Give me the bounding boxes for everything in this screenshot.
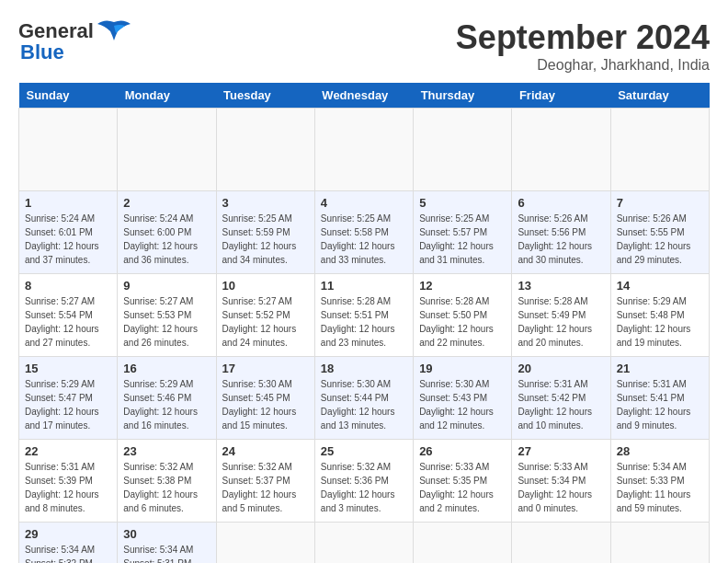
logo-general: General bbox=[18, 19, 94, 42]
calendar-cell: 22Sunrise: 5:31 AMSunset: 5:39 PMDayligh… bbox=[19, 440, 118, 523]
day-number: 20 bbox=[518, 362, 604, 375]
calendar-cell: 9Sunrise: 5:27 AMSunset: 5:53 PMDaylight… bbox=[118, 274, 216, 357]
title-block: September 2024 Deoghar, Jharkhand, India bbox=[456, 18, 710, 74]
day-number: 22 bbox=[25, 444, 111, 458]
calendar-cell: 30Sunrise: 5:34 AMSunset: 5:31 PMDayligh… bbox=[118, 523, 216, 564]
logo: General Blue bbox=[18, 18, 131, 64]
day-number: 17 bbox=[222, 362, 309, 375]
day-info: Sunrise: 5:33 AMSunset: 5:35 PMDaylight:… bbox=[419, 460, 506, 515]
calendar-row-3: 15Sunrise: 5:29 AMSunset: 5:47 PMDayligh… bbox=[19, 357, 710, 440]
calendar-cell: 7Sunrise: 5:26 AMSunset: 5:55 PMDaylight… bbox=[610, 191, 709, 274]
calendar-row-0 bbox=[19, 109, 710, 191]
calendar-cell: 24Sunrise: 5:32 AMSunset: 5:37 PMDayligh… bbox=[216, 440, 314, 523]
day-info: Sunrise: 5:28 AMSunset: 5:50 PMDaylight:… bbox=[419, 294, 506, 350]
calendar-cell: 5Sunrise: 5:25 AMSunset: 5:57 PMDaylight… bbox=[414, 191, 512, 274]
day-info: Sunrise: 5:29 AMSunset: 5:48 PMDaylight:… bbox=[617, 294, 703, 350]
day-number: 13 bbox=[518, 279, 604, 293]
header-monday: Monday bbox=[118, 83, 216, 109]
calendar-row-1: 1Sunrise: 5:24 AMSunset: 6:01 PMDaylight… bbox=[19, 191, 710, 274]
calendar-cell: 14Sunrise: 5:29 AMSunset: 5:48 PMDayligh… bbox=[610, 274, 709, 357]
day-info: Sunrise: 5:28 AMSunset: 5:51 PMDaylight:… bbox=[321, 294, 407, 350]
day-info: Sunrise: 5:29 AMSunset: 5:47 PMDaylight:… bbox=[25, 377, 111, 432]
day-info: Sunrise: 5:27 AMSunset: 5:53 PMDaylight:… bbox=[123, 294, 210, 350]
calendar-cell bbox=[314, 523, 413, 564]
calendar-cell bbox=[414, 523, 512, 564]
day-number: 23 bbox=[123, 444, 210, 458]
day-info: Sunrise: 5:30 AMSunset: 5:43 PMDaylight:… bbox=[419, 377, 506, 432]
day-number: 5 bbox=[419, 196, 506, 210]
day-number: 28 bbox=[617, 444, 703, 458]
calendar-cell bbox=[512, 109, 610, 191]
calendar-cell: 10Sunrise: 5:27 AMSunset: 5:52 PMDayligh… bbox=[216, 274, 314, 357]
logo-blue: Blue bbox=[20, 40, 64, 64]
calendar-row-5: 29Sunrise: 5:34 AMSunset: 5:32 PMDayligh… bbox=[19, 523, 710, 564]
day-info: Sunrise: 5:28 AMSunset: 5:49 PMDaylight:… bbox=[518, 294, 604, 350]
day-info: Sunrise: 5:32 AMSunset: 5:36 PMDaylight:… bbox=[321, 460, 407, 515]
day-number: 27 bbox=[518, 444, 604, 458]
calendar-cell: 19Sunrise: 5:30 AMSunset: 5:43 PMDayligh… bbox=[414, 357, 512, 440]
day-info: Sunrise: 5:30 AMSunset: 5:44 PMDaylight:… bbox=[321, 377, 407, 432]
header-thursday: Thursday bbox=[414, 83, 512, 109]
day-info: Sunrise: 5:24 AMSunset: 6:01 PMDaylight:… bbox=[25, 212, 111, 267]
calendar-table: Sunday Monday Tuesday Wednesday Thursday… bbox=[18, 83, 710, 563]
day-number: 12 bbox=[419, 279, 506, 293]
calendar-cell: 26Sunrise: 5:33 AMSunset: 5:35 PMDayligh… bbox=[414, 440, 512, 523]
calendar-cell bbox=[610, 109, 709, 191]
day-number: 15 bbox=[25, 362, 111, 375]
calendar-cell: 3Sunrise: 5:25 AMSunset: 5:59 PMDaylight… bbox=[216, 191, 314, 274]
calendar-cell: 11Sunrise: 5:28 AMSunset: 5:51 PMDayligh… bbox=[314, 274, 413, 357]
day-number: 8 bbox=[25, 279, 111, 293]
calendar-cell bbox=[118, 109, 216, 191]
calendar-cell: 28Sunrise: 5:34 AMSunset: 5:33 PMDayligh… bbox=[610, 440, 709, 523]
calendar-cell: 4Sunrise: 5:25 AMSunset: 5:58 PMDaylight… bbox=[314, 191, 413, 274]
day-number: 9 bbox=[123, 279, 210, 293]
month-title: September 2024 bbox=[456, 18, 710, 57]
logo-bird-icon bbox=[97, 18, 131, 44]
day-number: 11 bbox=[321, 279, 407, 293]
day-info: Sunrise: 5:33 AMSunset: 5:34 PMDaylight:… bbox=[518, 460, 604, 515]
calendar-cell: 13Sunrise: 5:28 AMSunset: 5:49 PMDayligh… bbox=[512, 274, 610, 357]
calendar-cell bbox=[216, 109, 314, 191]
day-info: Sunrise: 5:31 AMSunset: 5:39 PMDaylight:… bbox=[25, 460, 111, 515]
day-info: Sunrise: 5:26 AMSunset: 5:55 PMDaylight:… bbox=[617, 212, 703, 267]
day-number: 24 bbox=[222, 444, 309, 458]
day-number: 10 bbox=[222, 279, 309, 293]
day-info: Sunrise: 5:34 AMSunset: 5:31 PMDaylight:… bbox=[123, 543, 210, 563]
day-number: 14 bbox=[617, 279, 703, 293]
day-number: 4 bbox=[321, 196, 407, 210]
calendar-cell bbox=[610, 523, 709, 564]
day-info: Sunrise: 5:26 AMSunset: 5:56 PMDaylight:… bbox=[518, 212, 604, 267]
day-info: Sunrise: 5:29 AMSunset: 5:46 PMDaylight:… bbox=[123, 377, 210, 432]
calendar-cell: 20Sunrise: 5:31 AMSunset: 5:42 PMDayligh… bbox=[512, 357, 610, 440]
calendar-cell: 29Sunrise: 5:34 AMSunset: 5:32 PMDayligh… bbox=[19, 523, 118, 564]
calendar-cell bbox=[216, 523, 314, 564]
calendar-cell: 2Sunrise: 5:24 AMSunset: 6:00 PMDaylight… bbox=[118, 191, 216, 274]
calendar-cell: 25Sunrise: 5:32 AMSunset: 5:36 PMDayligh… bbox=[314, 440, 413, 523]
day-number: 30 bbox=[123, 527, 210, 541]
day-number: 18 bbox=[321, 362, 407, 375]
page-header: General Blue September 2024 Deoghar, Jha… bbox=[18, 18, 710, 74]
day-info: Sunrise: 5:24 AMSunset: 6:00 PMDaylight:… bbox=[123, 212, 210, 267]
calendar-cell bbox=[512, 523, 610, 564]
day-number: 16 bbox=[123, 362, 210, 375]
calendar-body: 1Sunrise: 5:24 AMSunset: 6:01 PMDaylight… bbox=[19, 109, 710, 564]
day-number: 6 bbox=[518, 196, 604, 210]
calendar-cell bbox=[314, 109, 413, 191]
calendar-cell bbox=[414, 109, 512, 191]
day-number: 2 bbox=[123, 196, 210, 210]
header-tuesday: Tuesday bbox=[216, 83, 314, 109]
header-sunday: Sunday bbox=[19, 83, 118, 109]
calendar-row-2: 8Sunrise: 5:27 AMSunset: 5:54 PMDaylight… bbox=[19, 274, 710, 357]
day-number: 1 bbox=[25, 196, 111, 210]
day-info: Sunrise: 5:27 AMSunset: 5:54 PMDaylight:… bbox=[25, 294, 111, 350]
day-number: 21 bbox=[617, 362, 703, 375]
day-info: Sunrise: 5:34 AMSunset: 5:32 PMDaylight:… bbox=[25, 543, 111, 563]
calendar-cell: 27Sunrise: 5:33 AMSunset: 5:34 PMDayligh… bbox=[512, 440, 610, 523]
calendar-cell: 8Sunrise: 5:27 AMSunset: 5:54 PMDaylight… bbox=[19, 274, 118, 357]
day-info: Sunrise: 5:31 AMSunset: 5:41 PMDaylight:… bbox=[617, 377, 703, 432]
calendar-cell: 1Sunrise: 5:24 AMSunset: 6:01 PMDaylight… bbox=[19, 191, 118, 274]
calendar-cell: 21Sunrise: 5:31 AMSunset: 5:41 PMDayligh… bbox=[610, 357, 709, 440]
day-number: 25 bbox=[321, 444, 407, 458]
day-info: Sunrise: 5:25 AMSunset: 5:59 PMDaylight:… bbox=[222, 212, 309, 267]
day-number: 7 bbox=[617, 196, 703, 210]
